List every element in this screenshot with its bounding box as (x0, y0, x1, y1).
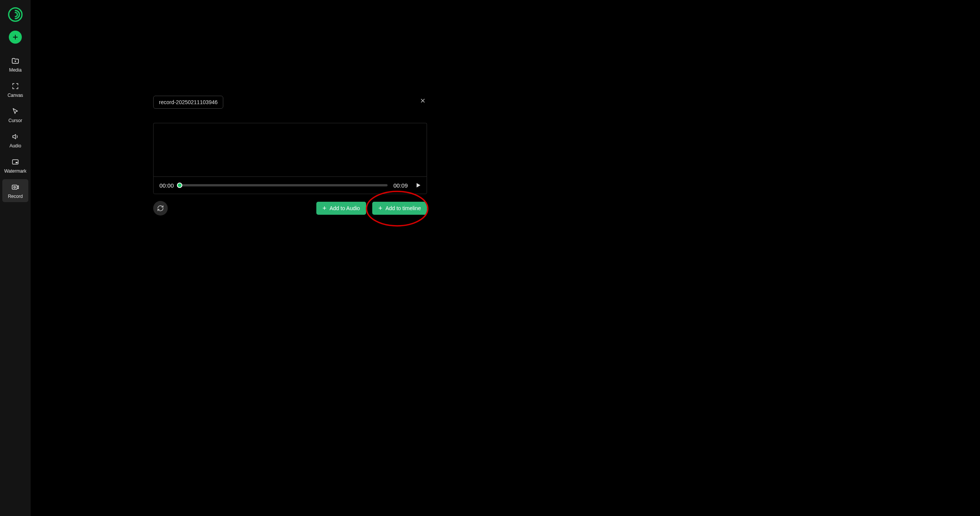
add-to-audio-button[interactable]: + Add to Audio (316, 202, 366, 215)
right-action-group: + Add to Audio + Add to timeline (316, 202, 427, 215)
app-root: Media Canvas Cursor Audio Watermark (0, 0, 980, 516)
folder-plus-icon (11, 57, 20, 65)
app-logo[interactable] (7, 6, 24, 23)
svg-rect-3 (12, 185, 17, 189)
sidebar-item-cursor[interactable]: Cursor (2, 103, 28, 126)
add-to-timeline-wrapper: + Add to timeline (372, 202, 427, 215)
sidebar-item-label: Media (9, 67, 22, 73)
sidebar: Media Canvas Cursor Audio Watermark (0, 0, 31, 516)
play-icon (414, 181, 422, 189)
record-icon (11, 183, 20, 191)
play-button[interactable] (414, 181, 423, 190)
sidebar-item-media[interactable]: Media (2, 53, 28, 76)
button-label: Add to timeline (385, 205, 421, 211)
action-row: + Add to Audio + Add to timeline (153, 201, 427, 216)
seek-thumb[interactable] (177, 183, 182, 188)
sidebar-item-canvas[interactable]: Canvas (2, 78, 28, 101)
logo-icon (8, 7, 23, 22)
time-total: 00:09 (391, 182, 410, 189)
sidebar-item-label: Audio (10, 143, 21, 149)
seek-track[interactable] (180, 184, 388, 186)
add-to-timeline-button[interactable]: + Add to timeline (372, 202, 427, 215)
plus-icon: + (378, 205, 383, 212)
player-bar: 00:00 00:09 (153, 176, 427, 194)
sidebar-item-label: Cursor (8, 118, 22, 123)
close-button[interactable] (419, 96, 427, 105)
recording-panel: record-20250211103946 00:00 00:09 (153, 96, 427, 216)
button-label: Add to Audio (329, 205, 360, 211)
expand-icon (11, 82, 20, 90)
add-button[interactable] (9, 31, 22, 44)
sidebar-item-label: Record (8, 194, 23, 199)
watermark-icon (11, 158, 20, 166)
sidebar-item-watermark[interactable]: Watermark (2, 154, 28, 177)
main-area: record-20250211103946 00:00 00:09 (31, 0, 980, 516)
sidebar-item-record[interactable]: Record (2, 179, 28, 202)
svg-point-4 (14, 186, 16, 188)
plus-icon (12, 34, 19, 41)
time-current: 00:00 (157, 182, 176, 189)
waveform-area[interactable] (153, 123, 427, 176)
refresh-button[interactable] (153, 201, 168, 216)
sidebar-item-label: Watermark (4, 168, 26, 174)
plus-icon: + (322, 205, 327, 212)
sidebar-item-audio[interactable]: Audio (2, 129, 28, 152)
svg-rect-2 (16, 162, 18, 163)
recording-filename[interactable]: record-20250211103946 (153, 96, 223, 109)
refresh-icon (157, 205, 164, 212)
sidebar-item-label: Canvas (8, 93, 23, 98)
cursor-icon (11, 107, 20, 116)
close-icon (419, 97, 426, 104)
speaker-icon (11, 132, 20, 141)
